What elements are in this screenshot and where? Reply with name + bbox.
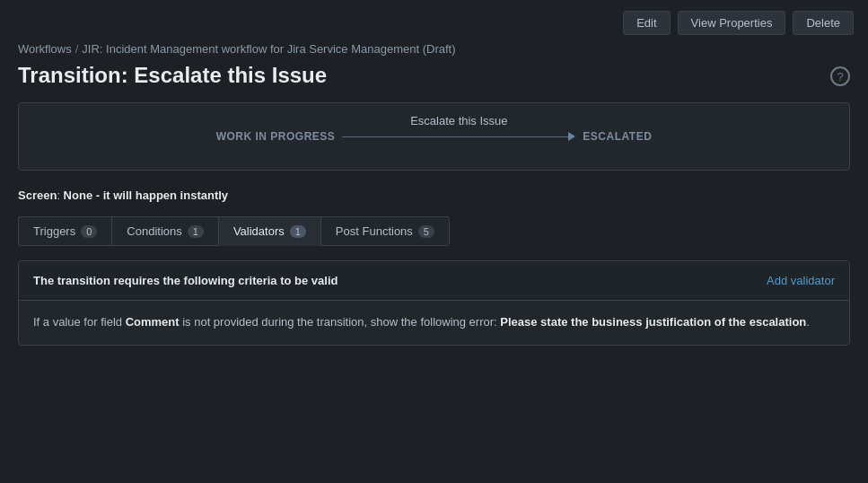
view-properties-button[interactable]: View Properties xyxy=(678,11,786,35)
content-header: The transition requires the following cr… xyxy=(19,261,849,301)
validator-text-before: If a value for field xyxy=(33,315,126,329)
screen-value: None - it will happen instantly xyxy=(64,189,228,202)
arrow-line-left xyxy=(342,136,455,137)
tab-conditions-badge: 1 xyxy=(188,225,204,238)
page-header: Transition: Escalate this Issue ? xyxy=(0,59,868,102)
tab-validators-badge: 1 xyxy=(290,225,306,238)
arrow-head-icon xyxy=(568,132,575,141)
breadcrumb-separator: / xyxy=(75,42,79,56)
add-validator-button[interactable]: Add validator xyxy=(767,274,835,287)
validator-field: Comment xyxy=(126,315,180,329)
to-state: ESCALATED xyxy=(583,130,652,143)
tabs-container: Triggers 0 Conditions 1 Validators 1 Pos… xyxy=(0,216,868,246)
workflow-diagram: WORK IN PROGRESS Escalate this Issue ESC… xyxy=(18,102,850,171)
validator-error-bold: Please state the business justification … xyxy=(500,315,806,329)
transition-label: Escalate this Issue xyxy=(410,114,507,127)
breadcrumb-workflows-link[interactable]: Workflows xyxy=(18,42,72,56)
validator-text-middle: is not provided during the transition, s… xyxy=(180,315,501,329)
content-header-title: The transition requires the following cr… xyxy=(33,274,338,287)
validator-item: If a value for field Comment is not prov… xyxy=(19,301,849,345)
tab-triggers-label: Triggers xyxy=(33,224,75,238)
tab-triggers[interactable]: Triggers 0 xyxy=(18,216,111,246)
tab-post-functions[interactable]: Post Functions 5 xyxy=(320,216,450,246)
delete-button[interactable]: Delete xyxy=(793,11,854,35)
screen-info: Screen: None - it will happen instantly xyxy=(0,189,868,216)
breadcrumb: Workflows / JIR: Incident Management wor… xyxy=(0,42,868,59)
tab-post-functions-label: Post Functions xyxy=(336,224,413,238)
content-area: The transition requires the following cr… xyxy=(18,260,850,346)
top-bar: Edit View Properties Delete xyxy=(0,0,868,42)
edit-button[interactable]: Edit xyxy=(623,11,670,35)
tab-validators-label: Validators xyxy=(233,224,285,238)
screen-label: Screen xyxy=(18,189,57,202)
breadcrumb-workflow-name: JIR: Incident Management workflow for Ji… xyxy=(82,42,455,56)
tab-triggers-badge: 0 xyxy=(81,225,97,238)
tab-conditions[interactable]: Conditions 1 xyxy=(111,216,218,246)
from-state: WORK IN PROGRESS xyxy=(216,130,336,143)
transition-arrow: Escalate this Issue xyxy=(342,132,575,141)
arrow-line-right xyxy=(455,136,568,137)
tab-validators[interactable]: Validators 1 xyxy=(218,216,320,246)
tab-post-functions-badge: 5 xyxy=(418,225,434,238)
tab-conditions-label: Conditions xyxy=(127,224,181,238)
help-icon[interactable]: ? xyxy=(830,66,850,86)
validator-text-end: . xyxy=(806,315,810,329)
page-title: Transition: Escalate this Issue xyxy=(18,63,327,88)
